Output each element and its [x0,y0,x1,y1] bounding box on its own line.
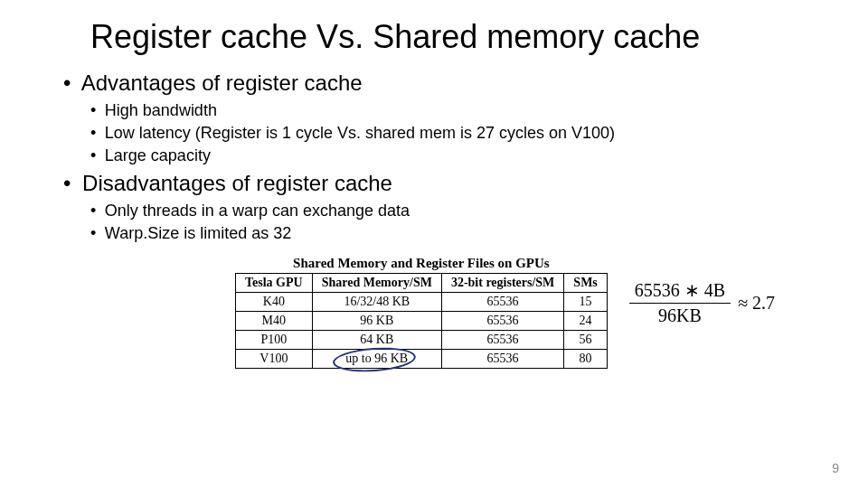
bullet-icon: • [63,171,76,196]
td: P100 [236,331,313,350]
td: V100 [236,350,313,369]
table-and-math: Shared Memory and Register Files on GPUs… [235,256,805,369]
table-caption: Shared Memory and Register Files on GPUs [235,256,608,271]
th: SMs [564,274,607,293]
advantages-heading: • Advantages of register cache [63,70,805,96]
adv-item: • Low latency (Register is 1 cycle Vs. s… [90,124,805,143]
dis-item: • Warp.Size is limited as 32 [90,224,805,243]
table-block: Shared Memory and Register Files on GPUs… [235,256,608,369]
page-number: 9 [832,461,839,475]
item-text: Warp.Size is limited as 32 [105,224,291,242]
td: K40 [236,293,313,312]
table-row: P100 64 KB 65536 56 [236,331,608,350]
td: 24 [564,312,607,331]
td: 56 [564,331,607,350]
table-row: K40 16/32/48 KB 65536 15 [236,293,608,312]
bullet-icon: • [90,224,100,243]
td: 65536 [441,350,563,369]
numerator: 65536 ∗ 4B [629,279,731,304]
approx-result: ≈ 2.7 [738,293,775,314]
td: 96 KB [312,312,441,331]
th: Tesla GPU [236,274,313,293]
table-header-row: Tesla GPU Shared Memory/SM 32-bit regist… [236,274,608,293]
bullet-icon: • [63,70,76,96]
adv-item: • Large capacity [90,146,805,165]
bullet-icon: • [90,202,100,221]
heading-text: Advantages of register cache [81,70,363,95]
table-row: V100 up to 96 KB 65536 80 [236,350,608,369]
gpu-table: Tesla GPU Shared Memory/SM 32-bit regist… [235,273,608,369]
td: up to 96 KB [312,350,441,369]
item-text: Large capacity [105,146,211,164]
equation: 65536 ∗ 4B 96KB ≈ 2.7 [629,279,775,326]
td: 15 [564,293,607,312]
fraction: 65536 ∗ 4B 96KB [629,279,731,326]
denominator: 96KB [629,304,731,326]
page-title: Register cache Vs. Shared memory cache [90,18,805,56]
td: 65536 [441,331,563,350]
th: 32-bit registers/SM [441,274,563,293]
td: 80 [564,350,607,369]
slide: Register cache Vs. Shared memory cache •… [0,0,868,369]
disadvantages-heading: • Disadvantages of register cache [63,171,805,196]
bullet-icon: • [90,101,100,120]
table-row: M40 96 KB 65536 24 [236,312,608,331]
item-text: Low latency (Register is 1 cycle Vs. sha… [105,124,615,142]
adv-item: • High bandwidth [90,101,805,120]
th: Shared Memory/SM [312,274,441,293]
td: 16/32/48 KB [312,293,441,312]
bullet-icon: • [90,146,100,165]
bullet-icon: • [90,124,100,143]
dis-item: • Only threads in a warp can exchange da… [90,202,805,221]
heading-text: Disadvantages of register cache [82,171,392,195]
td: 65536 [441,312,563,331]
item-text: High bandwidth [105,101,217,119]
td: 65536 [441,293,563,312]
item-text: Only threads in a warp can exchange data [105,202,410,220]
td: M40 [236,312,313,331]
td: 64 KB [312,331,441,350]
